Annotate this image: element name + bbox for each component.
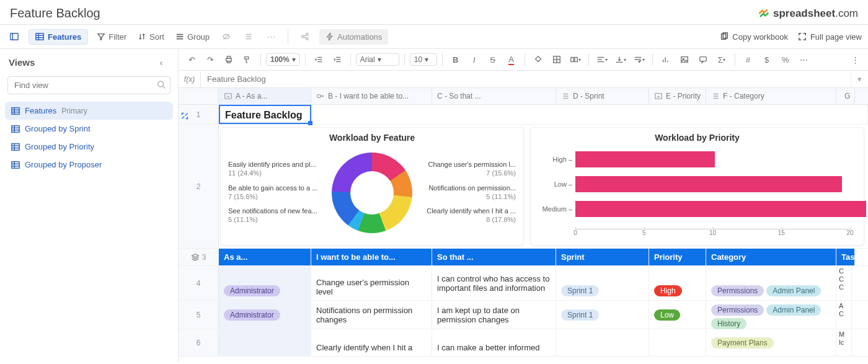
more-icon[interactable]: ⋯ [263,29,279,45]
borders-icon[interactable] [549,51,565,68]
cell-so-that[interactable]: I can make a better informed [432,329,556,356]
cell-priority[interactable] [649,329,706,356]
cell-sprint[interactable] [556,329,649,356]
copy-workbook-button[interactable]: Copy workbook [720,32,788,42]
row-num-3[interactable]: 3 [179,249,219,265]
row-height-icon[interactable] [241,29,257,45]
insert-image-icon[interactable] [676,51,693,68]
align-horizontal-icon[interactable]: ▾ [594,51,610,68]
cell-priority[interactable]: High [649,266,706,300]
sort-button[interactable]: Sort [135,30,167,43]
fill-color-icon[interactable] [530,51,546,68]
undo-icon[interactable]: ↶ [184,51,200,68]
more-formats-icon[interactable]: ⋯ [796,51,812,68]
currency-icon[interactable]: $ [759,51,775,68]
cell-a1-merged[interactable] [311,105,868,124]
indent-decrease-icon[interactable] [311,51,327,68]
cell-a1[interactable]: Feature Backlog [219,105,311,124]
font-size-dropdown[interactable]: 10 ▾ [410,53,437,66]
col-header-e[interactable]: E - Priority [649,88,706,104]
toggle-sidebar-icon[interactable] [6,29,22,45]
row-num-6[interactable]: 6 [179,329,219,356]
header-tasks[interactable]: Tas [836,249,855,265]
redo-icon[interactable]: ↷ [202,51,218,68]
col-header-c[interactable]: C - So that ... [432,88,556,104]
header-as-a[interactable]: As a... [219,249,311,265]
search-views-input[interactable] [7,76,170,94]
col-header-g[interactable]: G [836,88,855,104]
cell-category[interactable]: PermissionsAdmin Panel [706,266,836,300]
hash-icon[interactable]: # [740,51,756,68]
percent-icon[interactable]: % [777,51,794,68]
functions-icon[interactable]: Σ▾ [714,51,730,68]
cell-sprint[interactable]: Sprint 1 [556,301,649,329]
chart-workload-by-priority[interactable]: Workload by Priority High –Low –Medium –… [530,127,864,246]
indent-increase-icon[interactable] [329,51,345,68]
insert-chart-icon[interactable] [658,51,674,68]
chart-workload-by-feature[interactable]: Workload by Feature Easily identify pric… [220,127,524,246]
zoom-dropdown[interactable]: 100% ▾ [266,53,300,66]
header-category[interactable]: Category [706,249,836,265]
grid-icon [35,32,44,41]
cell-flags[interactable]: AC [836,301,852,329]
col-header-f[interactable]: F - Category [706,88,836,104]
header-so-that[interactable]: So that ... [432,249,556,265]
cell-so-that[interactable]: I am kept up to date on permission chang… [432,301,556,329]
sidebar-item-grouped-sprint[interactable]: Grouped by Sprint [5,120,173,138]
full-page-button[interactable]: Full page view [798,32,862,42]
align-vertical-icon[interactable]: ▾ [613,51,629,68]
row-num-4[interactable]: 4 [179,266,219,300]
header-sprint[interactable]: Sprint [556,249,649,265]
cell-as-a[interactable]: Administrator [219,301,311,329]
filter-button[interactable]: Filter [94,30,129,43]
font-dropdown[interactable]: Arial ▾ [356,53,399,66]
bold-icon[interactable]: B [448,51,464,68]
fx-expand-icon[interactable]: ▾ [851,71,868,87]
view-tab-features[interactable]: Features [29,29,88,45]
expand-row-icon[interactable] [181,112,188,122]
cell-flags[interactable]: CCC [836,266,852,300]
cell-category[interactable]: PermissionsAdmin PanelHistory [706,301,836,329]
grid-icon [11,143,20,151]
paint-format-icon[interactable] [239,51,255,68]
wrap-text-icon[interactable]: ▾ [631,51,647,68]
automations-button[interactable]: Automations [319,29,388,45]
header-priority[interactable]: Priority [649,249,706,265]
cell-category[interactable]: Payment Plans [706,329,836,356]
svg-line-13 [304,35,306,36]
header-want-to[interactable]: I want to be able to... [311,249,432,265]
cell-flags[interactable]: MIc [836,329,852,356]
row-num-1[interactable]: 1 [179,105,219,124]
italic-icon[interactable]: I [466,51,482,68]
cell-as-a[interactable] [219,329,311,356]
select-all-corner[interactable] [179,88,219,104]
row-num-2[interactable]: 2 [179,125,219,248]
key-column-icon [316,92,325,100]
cell-fill-handle[interactable] [308,121,312,125]
hide-fields-icon[interactable] [218,29,234,45]
cell-as-a[interactable]: Administrator [219,266,311,300]
cell-sprint[interactable]: Sprint 1 [556,266,649,300]
text-color-icon[interactable]: A [503,51,520,68]
col-header-d[interactable]: D - Sprint [556,88,649,104]
col-header-b[interactable]: B - I want to be able to... [311,88,432,104]
menu-kebab-icon[interactable]: ⋮ [847,51,863,68]
strikethrough-icon[interactable]: S [485,51,501,68]
fx-input[interactable]: Feature Backlog [201,71,851,87]
cell-want-to[interactable]: Change user's permission level [311,266,432,300]
collapse-sidebar-icon[interactable]: ‹ [153,54,169,70]
insert-comment-icon[interactable] [695,51,711,68]
cell-want-to[interactable]: Clearly identify when I hit a [311,329,432,356]
cell-priority[interactable]: Low [649,301,706,329]
merge-cells-icon[interactable]: ▾ [567,51,583,68]
sidebar-item-grouped-proposer[interactable]: Grouped by Proposer [5,156,173,174]
row-num-5[interactable]: 5 [179,301,219,329]
cell-so-that[interactable]: I can control who has access to importan… [432,266,556,300]
sidebar-item-grouped-priority[interactable]: Grouped by Priority [5,138,173,156]
col-header-a[interactable]: A - As a... [219,88,311,104]
print-icon[interactable] [221,51,237,68]
sidebar-item-features[interactable]: Features Primary [5,102,173,120]
group-button[interactable]: Group [173,30,212,43]
cell-want-to[interactable]: Notifications on permission changes [311,301,432,329]
share-icon[interactable] [297,29,313,45]
